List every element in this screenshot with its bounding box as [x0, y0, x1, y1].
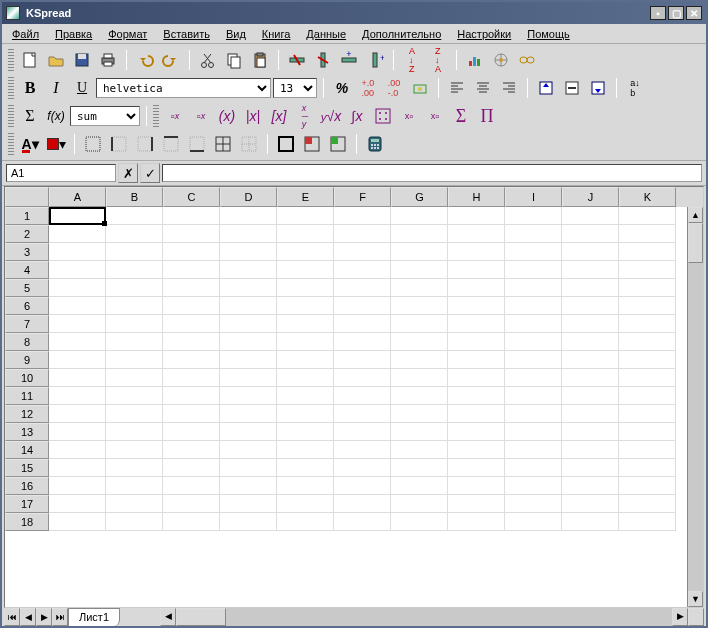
cell[interactable] — [220, 333, 277, 351]
cell[interactable] — [163, 477, 220, 495]
cell[interactable] — [562, 243, 619, 261]
cell[interactable] — [334, 513, 391, 531]
open-button[interactable] — [44, 48, 68, 72]
cell[interactable] — [163, 243, 220, 261]
cell[interactable] — [163, 297, 220, 315]
column-header[interactable]: D — [220, 187, 277, 207]
cell[interactable] — [562, 315, 619, 333]
cell-style-green-button[interactable] — [326, 132, 350, 156]
cell[interactable] — [619, 243, 676, 261]
close-button[interactable]: ✕ — [686, 6, 702, 20]
cell[interactable] — [391, 459, 448, 477]
cell[interactable] — [562, 297, 619, 315]
cell[interactable] — [334, 207, 391, 225]
cell[interactable] — [619, 369, 676, 387]
bg-color-button[interactable]: ▾ — [44, 132, 68, 156]
cell[interactable] — [619, 279, 676, 297]
cell[interactable] — [277, 477, 334, 495]
cell[interactable] — [49, 261, 106, 279]
cell[interactable] — [277, 351, 334, 369]
cell[interactable] — [391, 279, 448, 297]
cell[interactable] — [163, 459, 220, 477]
save-button[interactable] — [70, 48, 94, 72]
cell[interactable] — [49, 405, 106, 423]
nroot-button[interactable]: y√x — [319, 104, 343, 128]
row-header[interactable]: 7 — [5, 315, 49, 333]
print-button[interactable] — [96, 48, 120, 72]
cell[interactable] — [49, 333, 106, 351]
cell[interactable] — [277, 333, 334, 351]
cell[interactable] — [106, 333, 163, 351]
column-header[interactable]: F — [334, 187, 391, 207]
border-box-button[interactable] — [274, 132, 298, 156]
cell[interactable] — [619, 261, 676, 279]
toolbar-handle[interactable] — [8, 77, 14, 99]
cell[interactable] — [163, 441, 220, 459]
cell[interactable] — [448, 333, 505, 351]
cell[interactable] — [277, 423, 334, 441]
cell[interactable] — [49, 459, 106, 477]
cell[interactable] — [49, 441, 106, 459]
cell[interactable] — [562, 423, 619, 441]
cell[interactable] — [391, 225, 448, 243]
cell[interactable] — [220, 207, 277, 225]
cell[interactable] — [391, 207, 448, 225]
cell[interactable] — [391, 405, 448, 423]
cell[interactable] — [619, 423, 676, 441]
column-header[interactable]: H — [448, 187, 505, 207]
integral-button[interactable]: ∫x — [345, 104, 369, 128]
cell[interactable] — [448, 441, 505, 459]
cell[interactable] — [49, 387, 106, 405]
insert-col-button[interactable]: + — [363, 48, 387, 72]
cell[interactable] — [334, 225, 391, 243]
toolbar-handle[interactable] — [8, 49, 14, 71]
cell[interactable] — [448, 279, 505, 297]
cell[interactable] — [448, 243, 505, 261]
cell[interactable] — [277, 495, 334, 513]
cell[interactable] — [391, 387, 448, 405]
cell[interactable] — [163, 423, 220, 441]
cells-area[interactable] — [49, 207, 687, 607]
cell[interactable] — [619, 459, 676, 477]
scroll-left-button[interactable]: ◀ — [160, 608, 176, 626]
minimize-button[interactable]: ▪ — [650, 6, 666, 20]
menu-data[interactable]: Данные — [300, 26, 352, 42]
sigma-button[interactable]: Σ — [449, 104, 473, 128]
cell[interactable] — [448, 261, 505, 279]
cell[interactable] — [106, 351, 163, 369]
sort-asc-button[interactable]: A↓Z — [400, 48, 424, 72]
cell[interactable] — [505, 279, 562, 297]
cell[interactable] — [619, 315, 676, 333]
cell[interactable] — [562, 369, 619, 387]
row-header[interactable]: 17 — [5, 495, 49, 513]
new-button[interactable] — [18, 48, 42, 72]
cell[interactable] — [106, 405, 163, 423]
align-left-button[interactable] — [445, 76, 469, 100]
delete-col-button[interactable] — [311, 48, 335, 72]
row-header[interactable]: 14 — [5, 441, 49, 459]
cell[interactable] — [106, 315, 163, 333]
cell[interactable] — [505, 423, 562, 441]
cell[interactable] — [49, 513, 106, 531]
cell[interactable] — [448, 513, 505, 531]
cell[interactable] — [277, 297, 334, 315]
autosum-button[interactable]: Σ — [18, 104, 42, 128]
fraction-button[interactable]: x─y — [293, 104, 317, 128]
cell[interactable] — [106, 297, 163, 315]
cell[interactable] — [106, 513, 163, 531]
prev-sheet-button[interactable]: ◀ — [20, 608, 36, 626]
cell[interactable] — [448, 225, 505, 243]
cell[interactable] — [391, 333, 448, 351]
cell[interactable] — [106, 387, 163, 405]
cell[interactable] — [505, 261, 562, 279]
row-header[interactable]: 10 — [5, 369, 49, 387]
row-header[interactable]: 6 — [5, 297, 49, 315]
scroll-right-button[interactable]: ▶ — [672, 608, 688, 626]
cell[interactable] — [505, 207, 562, 225]
cell[interactable] — [448, 207, 505, 225]
cell[interactable] — [106, 225, 163, 243]
column-header[interactable]: G — [391, 187, 448, 207]
copy-button[interactable] — [222, 48, 246, 72]
cell[interactable] — [334, 243, 391, 261]
cell[interactable] — [562, 261, 619, 279]
